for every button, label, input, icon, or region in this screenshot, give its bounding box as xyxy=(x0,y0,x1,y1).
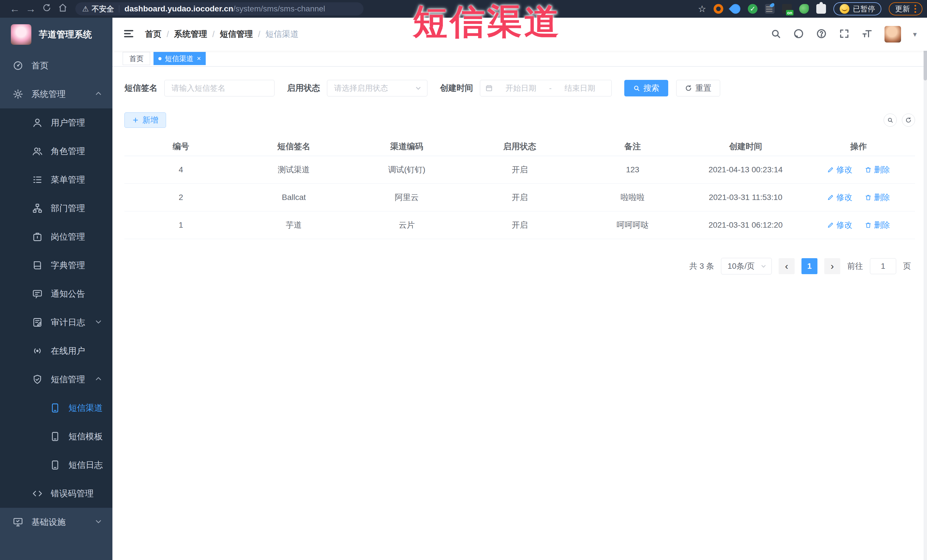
time-label: 创建时间 xyxy=(440,82,473,94)
calendar-icon xyxy=(485,85,493,92)
sidebar-item-online-users[interactable]: 在线用户 xyxy=(0,337,112,365)
extension-icon[interactable] xyxy=(782,4,792,14)
badge-icon xyxy=(32,231,43,242)
search-icon xyxy=(633,85,640,91)
sidebar-item-system[interactable]: 系统管理 xyxy=(0,80,112,108)
col-sign: 短信签名 xyxy=(237,138,350,156)
table-row: 4 测试渠道 调试(钉钉) 开启 123 2021-04-13 00:23:14… xyxy=(125,156,915,184)
sidebar-item-sms-channel[interactable]: 短信渠道 xyxy=(0,394,112,422)
tablet-icon xyxy=(50,402,61,413)
hamburger-icon[interactable] xyxy=(123,28,135,41)
back-arrow-icon[interactable]: ← xyxy=(7,3,23,15)
delete-link[interactable]: 删除 xyxy=(865,164,890,175)
extension-icon[interactable] xyxy=(765,4,775,14)
trash-icon xyxy=(865,222,872,229)
browser-menu-icon[interactable] xyxy=(915,5,916,13)
sidebar-item-posts[interactable]: 岗位管理 xyxy=(0,223,112,251)
page-1-button[interactable]: 1 xyxy=(801,258,818,274)
forward-arrow-icon[interactable]: → xyxy=(23,3,39,15)
tag-sms-channel[interactable]: 短信渠道 × xyxy=(153,52,206,65)
search-icon[interactable] xyxy=(770,28,781,40)
sidebar-item-sms-template[interactable]: 短信模板 xyxy=(0,422,112,451)
caret-down-icon[interactable]: ▾ xyxy=(913,30,917,39)
sms-channel-table: 编号 短信签名 渠道编码 启用状态 备注 创建时间 操作 4 测试渠道 调试(钉… xyxy=(125,138,915,239)
next-page-button[interactable]: › xyxy=(824,258,840,274)
url-host[interactable]: dashboard.yudao.iocoder.cn xyxy=(125,4,233,14)
user-avatar[interactable] xyxy=(884,26,901,42)
sign-label: 短信签名 xyxy=(125,82,158,94)
refresh-icon xyxy=(685,85,692,91)
search-button[interactable]: 搜索 xyxy=(624,80,668,96)
address-bar[interactable]: ⚠ 不安全 dashboard.yudao.iocoder.cn /system… xyxy=(75,2,363,15)
profile-avatar-icon xyxy=(840,4,849,14)
end-date-input[interactable]: 结束日期 xyxy=(553,83,606,93)
col-actions: 操作 xyxy=(802,138,915,156)
sidebar-item-roles[interactable]: 角色管理 xyxy=(0,137,112,165)
edit-link[interactable]: 修改 xyxy=(827,192,852,203)
breadcrumb-system[interactable]: 系统管理 xyxy=(174,29,207,40)
add-button[interactable]: 新增 xyxy=(125,112,166,128)
url-path[interactable]: /system/sms/sms-channel xyxy=(233,4,325,14)
goto-page-input[interactable]: 1 xyxy=(870,258,896,274)
breadcrumb-sms[interactable]: 短信管理 xyxy=(220,29,253,40)
edit-link[interactable]: 修改 xyxy=(827,164,852,175)
delete-link[interactable]: 删除 xyxy=(865,192,890,203)
sidebar-item-audit-logs[interactable]: 审计日志 xyxy=(0,308,112,337)
profile-paused-button[interactable]: 已暂停 xyxy=(833,2,881,15)
refresh-table-button[interactable] xyxy=(902,114,915,127)
app-logo[interactable]: 芋道管理系统 xyxy=(0,18,112,52)
extension-icon[interactable]: ✓ xyxy=(748,4,758,14)
breadcrumb-home[interactable]: 首页 xyxy=(145,29,161,40)
monitor-icon xyxy=(12,517,23,528)
sidebar-item-users[interactable]: 用户管理 xyxy=(0,108,112,137)
refresh-icon xyxy=(905,117,912,123)
online-signal-icon xyxy=(32,346,43,356)
fullscreen-icon[interactable] xyxy=(839,28,849,40)
home-icon[interactable] xyxy=(55,3,71,15)
sidebar-item-departments[interactable]: 部门管理 xyxy=(0,194,112,223)
col-status: 启用状态 xyxy=(464,138,576,156)
col-id: 编号 xyxy=(125,138,237,156)
search-form: 短信签名 请输入短信签名 启用状态 请选择启用状态 创建时间 开始日期 - 结束… xyxy=(125,80,915,96)
extension-icon[interactable] xyxy=(729,2,742,16)
toggle-search-button[interactable] xyxy=(884,114,897,127)
start-date-input[interactable]: 开始日期 xyxy=(494,83,547,93)
prev-page-button[interactable]: ‹ xyxy=(779,258,795,274)
sidebar-item-dictionary[interactable]: 字典管理 xyxy=(0,251,112,279)
help-icon[interactable] xyxy=(816,28,827,40)
sidebar-item-home[interactable]: 首页 xyxy=(0,52,112,80)
extension-icon[interactable] xyxy=(799,4,809,14)
edit-pencil-icon xyxy=(827,166,834,173)
bookmark-star-icon[interactable]: ☆ xyxy=(698,3,706,14)
github-icon[interactable] xyxy=(793,28,804,40)
edit-link[interactable]: 修改 xyxy=(827,220,852,231)
edit-pencil-icon xyxy=(827,222,834,229)
sidebar-item-sms-log[interactable]: 短信日志 xyxy=(0,451,112,479)
table-toolbar: 新增 xyxy=(125,112,915,128)
close-icon[interactable]: × xyxy=(197,55,201,62)
status-select[interactable]: 请选择启用状态 xyxy=(327,80,427,96)
app-title: 芋道管理系统 xyxy=(39,29,92,41)
table-header-row: 编号 短信签名 渠道编码 启用状态 备注 创建时间 操作 xyxy=(125,138,915,156)
sidebar-item-sms[interactable]: 短信管理 xyxy=(0,365,112,394)
total-count: 共 3 条 xyxy=(689,261,714,272)
page-scrollbar[interactable] xyxy=(924,18,927,560)
reset-button[interactable]: 重置 xyxy=(676,80,720,96)
tag-home[interactable]: 首页 xyxy=(123,52,150,65)
insecure-label[interactable]: 不安全 xyxy=(91,4,114,14)
reload-icon[interactable] xyxy=(39,3,55,15)
delete-link[interactable]: 删除 xyxy=(865,220,890,231)
sidebar-item-announcements[interactable]: 通知公告 xyxy=(0,279,112,308)
font-size-icon[interactable] xyxy=(862,28,872,40)
org-tree-icon xyxy=(32,203,43,214)
sidebar-item-infrastructure[interactable]: 基础设施 xyxy=(0,508,112,536)
extension-icon[interactable] xyxy=(714,4,723,14)
page-size-select[interactable]: 10条/页 xyxy=(721,258,772,275)
browser-update-button[interactable]: 更新 xyxy=(889,2,922,15)
extensions-puzzle-icon[interactable] xyxy=(816,4,826,14)
sidebar-item-error-codes[interactable]: 错误码管理 xyxy=(0,479,112,508)
date-range-picker[interactable]: 开始日期 - 结束日期 xyxy=(480,80,612,96)
sign-input[interactable]: 请输入短信签名 xyxy=(164,80,275,96)
sidebar-item-menus[interactable]: 菜单管理 xyxy=(0,165,112,194)
users-icon xyxy=(32,146,43,156)
